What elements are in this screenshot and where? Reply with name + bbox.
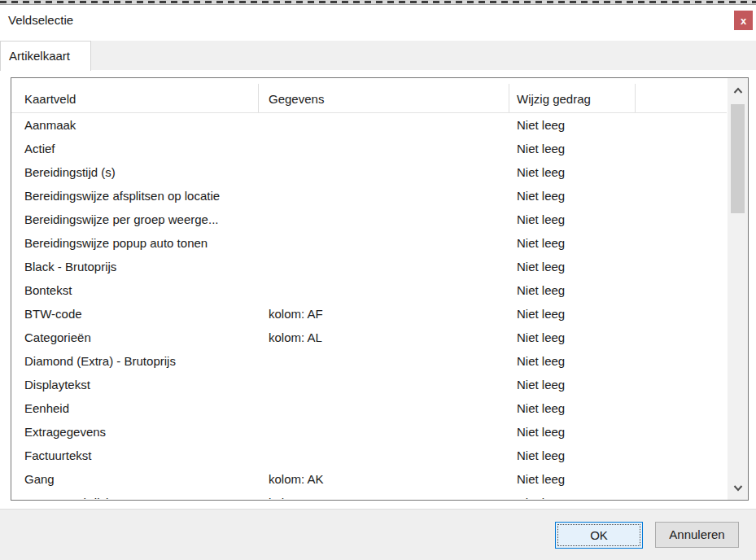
cell-kaartveld: Bereidingstijd (s) (24, 160, 116, 184)
cell-kaartveld: Categorieën (24, 326, 91, 349)
cell-wijzig-gedrag: Niet leeg (517, 349, 565, 373)
cell-kaartveld: BTW-code (24, 302, 82, 326)
cell-wijzig-gedrag: Niet leeg (517, 491, 565, 499)
table-body: AanmaakNiet leegActiefNiet leegBereiding… (11, 113, 748, 499)
scrollbar-thumb[interactable] (731, 104, 745, 213)
cell-kaartveld: Bereidingswijze per groep weerge... (24, 208, 218, 231)
chevron-up-icon (733, 87, 743, 94)
cell-kaartveld: Eenheid (24, 396, 69, 420)
close-button[interactable]: x (734, 11, 753, 30)
cell-gegevens: kolom: AL (269, 326, 322, 349)
table-row[interactable]: BontekstNiet leeg (11, 278, 748, 302)
cell-kaartveld: Actief (24, 137, 55, 160)
table-row[interactable]: FactuurtekstNiet leeg (11, 444, 748, 467)
tab-strip (0, 41, 756, 70)
cell-kaartveld: Extragegevens (24, 420, 106, 444)
cell-wijzig-gedrag: Niet leeg (517, 184, 565, 208)
table-header: Kaartveld Gegevens Wijzig gedrag (11, 78, 748, 112)
tab-label: Artikelkaart (9, 49, 70, 63)
table-row[interactable]: Gangomschrijvingkolom: ANNiet leeg (11, 491, 748, 499)
cell-kaartveld: Gang (24, 467, 55, 491)
cell-wijzig-gedrag: Niet leeg (517, 113, 565, 137)
dialog-footer: OK Annuleren (0, 509, 756, 560)
table-row[interactable]: Diamond (Extra) - BrutoprijsNiet leeg (11, 349, 748, 373)
field-list: Kaartveld Gegevens Wijzig gedrag Aanmaak… (11, 77, 749, 501)
cell-wijzig-gedrag: Niet leeg (517, 160, 565, 184)
table-row[interactable]: Gangkolom: AKNiet leeg (11, 467, 748, 491)
table-row[interactable]: Categorieënkolom: ALNiet leeg (11, 326, 748, 349)
cell-kaartveld: Black - Brutoprijs (24, 255, 116, 278)
cell-wijzig-gedrag: Niet leeg (517, 467, 565, 491)
cell-kaartveld: Bereidingswijze popup auto tonen (24, 231, 208, 255)
cell-wijzig-gedrag: Niet leeg (517, 137, 565, 160)
cell-wijzig-gedrag: Niet leeg (517, 373, 565, 396)
cell-kaartveld: Factuurtekst (24, 444, 92, 467)
cell-kaartveld: Gangomschrijving (24, 491, 122, 499)
table-row[interactable]: AanmaakNiet leeg (11, 113, 748, 137)
cancel-button[interactable]: Annuleren (655, 522, 739, 548)
table-row[interactable]: EenheidNiet leeg (11, 396, 748, 420)
title-bar: Veldselectie x (0, 5, 756, 41)
cell-gegevens: kolom: AN (269, 491, 324, 499)
table-row[interactable]: Bereidingswijze afsplitsen op locatieNie… (11, 184, 748, 208)
cell-kaartveld: Bereidingswijze afsplitsen op locatie (24, 184, 220, 208)
tab-artikelkaart[interactable]: Artikelkaart (0, 41, 91, 71)
cell-wijzig-gedrag: Niet leeg (517, 326, 565, 349)
column-header-wijzig-gedrag[interactable]: Wijzig gedrag (517, 92, 591, 106)
scroll-down-button[interactable] (728, 477, 748, 498)
column-header-kaartveld[interactable]: Kaartveld (24, 92, 76, 106)
header-separator (258, 84, 259, 112)
cell-wijzig-gedrag: Niet leeg (517, 231, 565, 255)
scroll-up-button[interactable] (728, 80, 748, 101)
cell-gegevens: kolom: AK (269, 467, 324, 491)
cell-wijzig-gedrag: Niet leeg (517, 396, 565, 420)
cell-kaartveld: Diamond (Extra) - Brutoprijs (24, 349, 176, 373)
cell-wijzig-gedrag: Niet leeg (517, 302, 565, 326)
table-row[interactable]: ExtragegevensNiet leeg (11, 420, 748, 444)
vertical-scrollbar[interactable] (727, 78, 748, 500)
cell-wijzig-gedrag: Niet leeg (517, 420, 565, 444)
header-separator (509, 84, 509, 112)
cell-wijzig-gedrag: Niet leeg (517, 278, 565, 302)
cell-kaartveld: Aanmaak (24, 113, 76, 137)
column-header-gegevens[interactable]: Gegevens (269, 92, 324, 106)
cell-wijzig-gedrag: Niet leeg (517, 444, 565, 467)
chevron-down-icon (733, 484, 743, 492)
table-row[interactable]: DisplaytekstNiet leeg (11, 373, 748, 396)
table-row[interactable]: Bereidingswijze popup auto tonenNiet lee… (11, 231, 748, 255)
table-row[interactable]: Black - BrutoprijsNiet leeg (11, 255, 748, 278)
cell-kaartveld: Displaytekst (24, 373, 90, 396)
table-row[interactable]: Bereidingstijd (s)Niet leeg (11, 160, 748, 184)
cell-wijzig-gedrag: Niet leeg (517, 208, 565, 231)
header-separator (635, 84, 636, 112)
table-row[interactable]: BTW-codekolom: AFNiet leeg (11, 302, 748, 326)
cell-gegevens: kolom: AF (269, 302, 323, 326)
table-row[interactable]: ActiefNiet leeg (11, 137, 748, 160)
ok-button[interactable]: OK (555, 522, 643, 549)
table-row[interactable]: Bereidingswijze per groep weerge...Niet … (11, 208, 748, 231)
dialog-title: Veldselectie (8, 13, 73, 27)
cell-kaartveld: Bontekst (24, 278, 72, 302)
close-icon: x (741, 15, 746, 26)
cell-wijzig-gedrag: Niet leeg (517, 255, 565, 278)
